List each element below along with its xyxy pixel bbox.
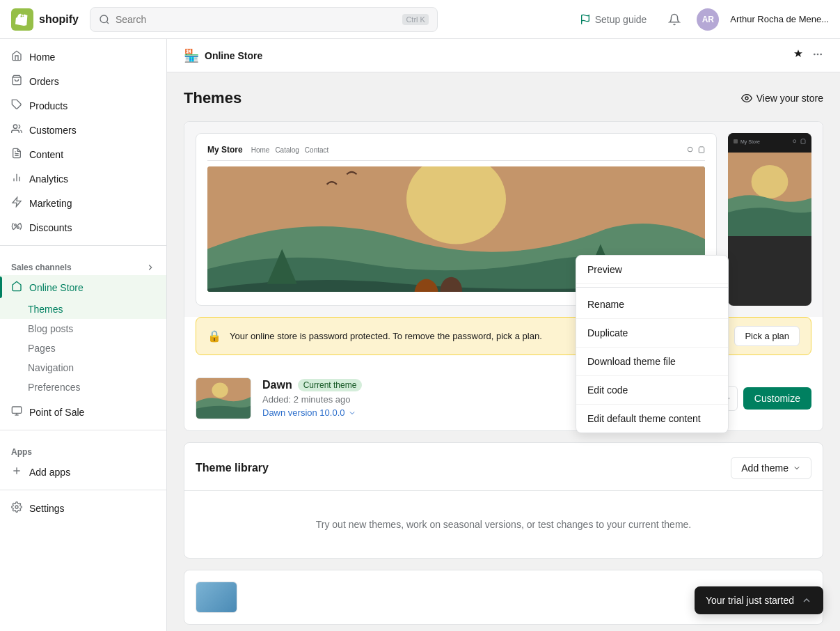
context-menu-duplicate[interactable]: Duplicate: [576, 319, 728, 348]
sidebar-item-discounts[interactable]: Discounts: [0, 215, 166, 240]
svg-point-24: [688, 147, 692, 152]
discounts-icon: [11, 221, 22, 234]
sidebar-sub-navigation[interactable]: Navigation: [0, 358, 166, 377]
sidebar-divider-3: [0, 490, 166, 490]
svg-point-0: [100, 15, 108, 23]
page-title: Themes: [184, 89, 241, 107]
svg-marker-10: [13, 197, 21, 206]
sidebar-item-label: Discounts: [29, 222, 72, 233]
trial-toast[interactable]: Your trial just started: [695, 586, 823, 614]
context-menu-edit-content[interactable]: Edit default theme content: [576, 405, 728, 433]
svg-point-21: [817, 54, 819, 56]
svg-point-12: [17, 227, 19, 229]
sidebar-item-label: Products: [29, 100, 68, 111]
pos-icon: [11, 405, 22, 419]
settings-label: Settings: [29, 503, 65, 514]
preview-nav: Home Catalog Contact: [251, 146, 329, 154]
sidebar-sub-blog-posts[interactable]: Blog posts: [0, 319, 166, 338]
library-header: Theme library Add theme: [184, 443, 823, 490]
more-options-button[interactable]: [812, 49, 823, 62]
add-theme-button[interactable]: Add theme: [731, 457, 811, 479]
sidebar-item-settings[interactable]: Settings: [0, 496, 166, 520]
sales-channels-section: Sales channels: [0, 251, 166, 275]
sidebar-item-marketing[interactable]: Marketing: [0, 191, 166, 215]
sidebar-item-products[interactable]: Products: [0, 93, 166, 118]
sidebar-sub-preferences[interactable]: Preferences: [0, 377, 166, 397]
sidebar-item-content[interactable]: Content: [0, 142, 166, 166]
context-menu-rename[interactable]: Rename: [576, 290, 728, 319]
svg-point-23: [745, 97, 748, 100]
svg-point-31: [793, 140, 796, 143]
lock-icon: 🔒: [207, 329, 221, 343]
customize-button[interactable]: Customize: [743, 387, 811, 410]
sidebar-item-customers[interactable]: Customers: [0, 118, 166, 142]
sidebar-item-home[interactable]: Home: [0, 45, 166, 69]
theme-thumbnail-svg: [196, 378, 251, 419]
setup-guide-button[interactable]: Setup guide: [574, 10, 653, 29]
sidebar-item-label: Analytics: [29, 173, 68, 185]
context-menu-edit-code[interactable]: Edit code: [576, 376, 728, 405]
main-content: 🏪 Online Store Themes View your store: [167, 39, 840, 631]
search-icon: [99, 14, 110, 25]
sidebar-item-label: Marketing: [29, 198, 72, 209]
sidebar-sub-pages[interactable]: Pages: [0, 338, 166, 358]
context-menu-download[interactable]: Download theme file: [576, 348, 728, 376]
sidebar-divider: [0, 245, 166, 246]
avatar[interactable]: AR: [697, 8, 719, 31]
search-input[interactable]: [116, 14, 397, 25]
library-item-thumb: [196, 582, 237, 613]
current-theme-badge: Current theme: [298, 379, 363, 391]
logo-text: shopify: [39, 13, 79, 26]
products-icon: [11, 99, 22, 112]
blog-posts-label: Blog posts: [28, 323, 73, 334]
svg-point-11: [15, 224, 17, 226]
preferences-label: Preferences: [28, 382, 80, 393]
sidebar-item-analytics[interactable]: Analytics: [0, 166, 166, 191]
notifications-button[interactable]: [663, 8, 686, 31]
marketing-icon: [11, 196, 22, 210]
content-header-bar: 🏪 Online Store: [167, 39, 840, 72]
sidebar-item-pos[interactable]: Point of Sale: [0, 400, 166, 424]
pin-button[interactable]: [793, 49, 804, 62]
user-name[interactable]: Arthur Rocha de Mene...: [730, 14, 829, 24]
view-store-button[interactable]: View your store: [741, 93, 823, 104]
themes-label: Themes: [28, 304, 63, 315]
pages-label: Pages: [28, 343, 56, 354]
svg-point-33: [752, 165, 789, 198]
chevron-down-small-icon: [793, 464, 801, 472]
sidebar-item-online-store[interactable]: Online Store: [0, 275, 166, 299]
preview-header: My Store Home Catalog Contact: [207, 145, 705, 161]
customers-icon: [11, 123, 22, 137]
apps-label: Apps: [11, 447, 32, 457]
bell-icon: [668, 13, 681, 26]
home-icon: [11, 50, 22, 63]
search-bar[interactable]: Ctrl K: [90, 7, 438, 32]
context-menu-preview[interactable]: Preview: [576, 256, 728, 284]
settings-icon: [11, 501, 22, 515]
flag-icon: [580, 14, 591, 25]
theme-library-card: Theme library Add theme Try out new them…: [184, 442, 823, 559]
sidebar-item-label: Content: [29, 149, 63, 160]
pos-label: Point of Sale: [29, 407, 84, 418]
preview-cart-icon: [698, 146, 705, 153]
sidebar-item-label: Customers: [29, 125, 77, 136]
search-shortcut: Ctrl K: [402, 14, 429, 25]
sidebar-item-label: Orders: [29, 76, 59, 87]
sidebar-item-orders[interactable]: Orders: [0, 69, 166, 93]
preview-store-name: My Store: [207, 145, 243, 155]
svg-point-35: [212, 383, 228, 398]
content-icon: [11, 148, 22, 161]
trial-toast-text: Your trial just started: [706, 595, 794, 606]
sidebar-item-add-apps[interactable]: Add apps: [0, 460, 166, 484]
pick-plan-button[interactable]: Pick a plan: [734, 326, 800, 346]
topnav-actions: Setup guide AR Arthur Rocha de Mene...: [574, 8, 829, 31]
analytics-icon: [11, 172, 22, 185]
eye-icon: [741, 93, 752, 104]
svg-rect-14: [12, 407, 21, 413]
theme-thumbnail: [196, 377, 251, 419]
sidebar-sub-themes[interactable]: Themes: [0, 299, 166, 319]
online-store-icon: [11, 281, 22, 294]
svg-point-4: [13, 125, 17, 128]
library-empty: Try out new themes, work on seasonal ver…: [184, 490, 823, 558]
logo[interactable]: shopify: [11, 8, 79, 31]
